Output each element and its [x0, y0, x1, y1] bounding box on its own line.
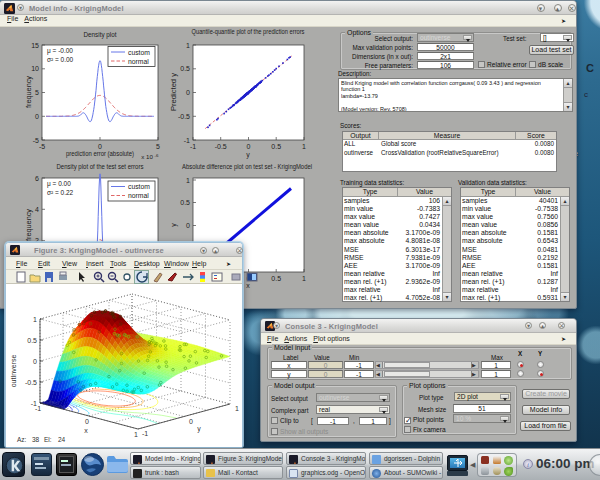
svg-text:Az:: Az:: [17, 436, 27, 443]
svg-text:x: x: [246, 282, 250, 289]
svg-text:-6: -6: [155, 153, 159, 158]
svg-text:5: 5: [35, 89, 39, 96]
svg-text:0.5: 0.5: [180, 199, 190, 206]
svg-text:x: x: [84, 427, 88, 434]
svg-text:-0.5: -0.5: [25, 379, 37, 386]
svg-text:σ² = 0.00: σ² = 0.00: [47, 56, 74, 63]
svg-text:custom: custom: [128, 183, 150, 190]
svg-text:Density plot: Density plot: [84, 31, 117, 39]
svg-text:Density plot of the test set e: Density plot of the test set errors: [57, 163, 145, 171]
svg-text:24: 24: [58, 436, 66, 443]
svg-text:El:: El:: [44, 436, 52, 443]
svg-text:-1: -1: [190, 143, 196, 150]
svg-text:38: 38: [32, 436, 40, 443]
svg-text:15: 15: [31, 42, 39, 49]
svg-text:6: 6: [35, 175, 39, 182]
svg-text:0: 0: [186, 222, 190, 229]
svg-text:normal: normal: [128, 192, 149, 199]
svg-text:0.5: 0.5: [271, 143, 281, 150]
svg-text:1: 1: [33, 316, 37, 323]
svg-text:0.5: 0.5: [27, 337, 37, 344]
svg-text:0.5: 0.5: [180, 65, 190, 72]
svg-text:Absolute difference plot on te: Absolute difference plot on test set - K…: [182, 163, 313, 171]
svg-text:outInverse: outInverse: [10, 355, 17, 388]
svg-text:0: 0: [85, 418, 89, 425]
svg-text:σ² = 0.22: σ² = 0.22: [47, 189, 74, 196]
svg-text:5: 5: [156, 143, 160, 150]
svg-text:-5: -5: [39, 143, 45, 150]
svg-text:1: 1: [235, 405, 239, 412]
svg-text:0: 0: [35, 113, 39, 120]
svg-text:-0.5: -0.5: [178, 113, 190, 120]
svg-text:0: 0: [186, 89, 190, 96]
svg-text:-0.5: -0.5: [215, 143, 227, 150]
svg-text:frequency: frequency: [25, 208, 33, 241]
svg-text:0: 0: [98, 143, 102, 150]
svg-text:prediction error (absolute): prediction error (absolute): [66, 150, 134, 158]
svg-text:y: y: [246, 151, 250, 159]
svg-text:0: 0: [33, 358, 37, 365]
svg-text:1: 1: [186, 42, 190, 49]
svg-text:μ = 0.00: μ = 0.00: [47, 180, 71, 188]
svg-text:0.5: 0.5: [271, 275, 281, 282]
svg-text:-1: -1: [35, 405, 41, 412]
svg-text:1: 1: [302, 275, 306, 282]
svg-text:μ = -0.00: μ = -0.00: [47, 47, 73, 55]
svg-text:0: 0: [189, 418, 193, 425]
svg-text:-1: -1: [142, 430, 148, 437]
svg-text:y: y: [170, 223, 178, 227]
svg-text:y: y: [197, 425, 201, 433]
svg-text:1: 1: [134, 431, 138, 438]
svg-text:custom: custom: [128, 49, 150, 56]
svg-text:Predicted y: Predicted y: [170, 72, 178, 111]
svg-text:1: 1: [186, 177, 190, 184]
svg-text:frequency: frequency: [25, 75, 33, 108]
svg-text:normal: normal: [128, 58, 149, 65]
svg-text:0: 0: [247, 143, 251, 150]
svg-text:10: 10: [31, 65, 39, 72]
svg-text:Quantile-quantile plot of the: Quantile-quantile plot of the prediction…: [192, 28, 306, 36]
svg-text:1: 1: [302, 143, 306, 150]
svg-text:x 10: x 10: [141, 153, 153, 160]
svg-text:4: 4: [35, 206, 39, 213]
